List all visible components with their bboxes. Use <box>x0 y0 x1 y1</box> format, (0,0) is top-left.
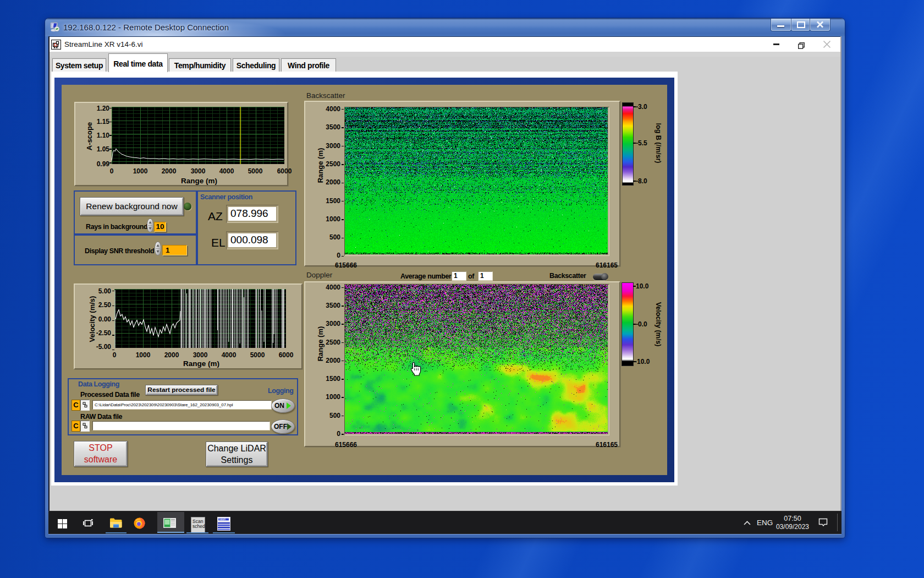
svg-text:GEEK: GEEK <box>219 518 226 521</box>
